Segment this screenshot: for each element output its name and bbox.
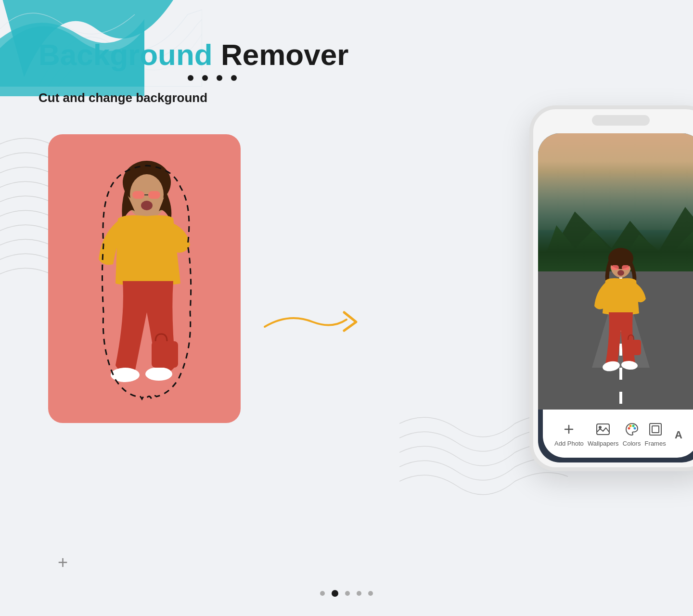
svg-point-6 [141,201,153,210]
pagination-dots [320,590,373,597]
nav-frames[interactable]: Frames [645,421,666,447]
dot-page-4[interactable] [357,591,361,596]
svg-point-16 [617,270,624,276]
svg-rect-28 [650,424,661,435]
text-icon: A [670,425,687,442]
nav-wallpapers[interactable]: Wallpapers [588,421,619,447]
main-layout: Add Photo Wallpapers [38,134,654,471]
arrow-svg [260,303,366,341]
svg-rect-14 [611,265,619,270]
person-with-outline [48,134,241,423]
phone-image-area [538,133,693,410]
phone-screen: Add Photo Wallpapers [538,133,693,462]
dot-1 [188,75,193,81]
svg-rect-4 [148,191,160,199]
plus-decoration: + [58,552,68,573]
svg-point-17 [602,360,621,372]
nav-colors[interactable]: Colors [623,421,641,447]
dot-page-1[interactable] [320,591,325,596]
dot-4 [231,75,237,81]
nav-more[interactable]: A [670,425,687,442]
phone-bottom-bar: Add Photo Wallpapers [543,410,693,458]
svg-rect-9 [152,341,178,368]
subtitle: Cut and change background [38,90,654,105]
svg-point-25 [629,424,631,427]
nav-add-photo[interactable]: Add Photo [554,421,584,447]
phone-person-svg [582,246,659,390]
nav-wallpapers-label: Wallpapers [588,440,619,447]
dot-page-5[interactable] [368,591,373,596]
nav-add-photo-label: Add Photo [554,440,584,447]
svg-rect-15 [622,265,629,270]
app-title: Background Remover [38,38,654,71]
svg-point-27 [633,427,636,429]
frame-icon [647,421,664,438]
dot-3 [217,75,222,81]
title-black-word: Remover [221,38,348,71]
plus-circle-icon [560,421,578,438]
dot-page-3[interactable] [345,591,350,596]
svg-rect-19 [626,340,641,355]
dot-page-2[interactable] [332,590,338,597]
svg-text:A: A [675,429,682,441]
arrow-area [260,303,366,341]
phone-mockup: Add Photo Wallpapers [529,105,693,471]
nav-frames-label: Frames [645,440,666,447]
image-icon [594,421,612,438]
svg-point-26 [632,424,634,427]
svg-point-24 [628,427,630,429]
palette-icon [623,421,641,438]
phone-notch [592,115,650,126]
svg-point-8 [145,367,172,381]
svg-rect-29 [652,426,659,433]
nav-colors-label: Colors [623,440,641,447]
title-dots [188,75,654,81]
svg-rect-3 [132,191,144,199]
source-card [48,134,241,423]
title-colored: Background [38,38,213,71]
dot-2 [202,75,208,81]
